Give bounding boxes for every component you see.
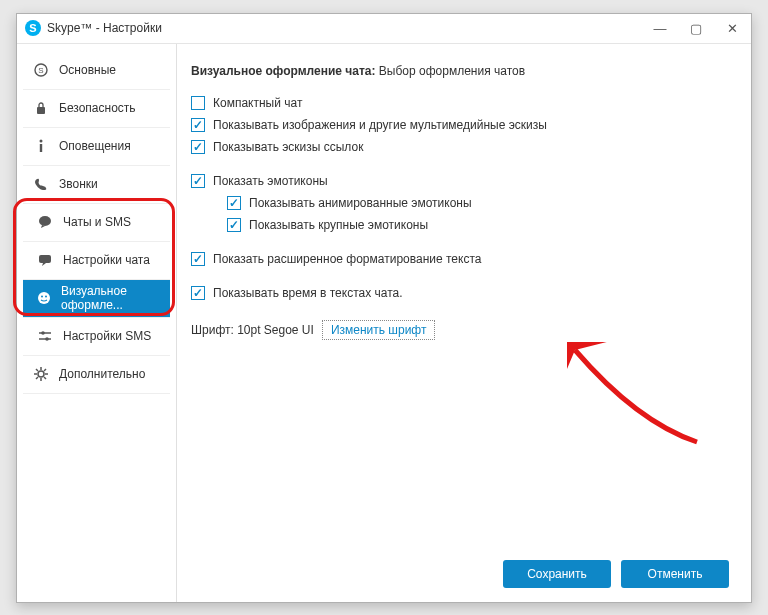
content-title: Визуальное оформление чата:: [191, 64, 376, 78]
sidebar: S Основные Безопасность Оповещения Звонк…: [17, 44, 177, 602]
lock-icon: [33, 101, 49, 115]
gear-icon: [33, 367, 49, 381]
option-show-link-thumbs[interactable]: Показывать эскизы ссылок: [191, 140, 729, 154]
sidebar-item-label: Звонки: [59, 177, 98, 191]
content-header: Визуальное оформление чата: Выбор оформл…: [191, 64, 729, 78]
svg-line-19: [36, 369, 38, 371]
option-show-large-emoticons[interactable]: Показывать крупные эмотиконы: [227, 218, 729, 232]
sidebar-item-advanced[interactable]: Дополнительно: [23, 356, 170, 394]
svg-point-13: [45, 337, 49, 341]
svg-line-22: [36, 377, 38, 379]
svg-point-3: [40, 140, 43, 143]
content-panel: Визуальное оформление чата: Выбор оформл…: [177, 44, 751, 602]
svg-rect-6: [39, 255, 51, 263]
window-controls: — ▢ ✕: [653, 21, 743, 35]
svg-point-7: [38, 292, 50, 304]
checkbox-checked-icon: [227, 196, 241, 210]
skype-icon: S: [33, 63, 49, 77]
option-show-formatting[interactable]: Показать расширенное форматирование текс…: [191, 252, 729, 266]
sidebar-item-security[interactable]: Безопасность: [23, 90, 170, 128]
sidebar-item-chats-sms[interactable]: Чаты и SMS: [23, 204, 170, 242]
checkbox-checked-icon: [191, 252, 205, 266]
font-label: Шрифт: 10pt Segoe UI: [191, 323, 314, 337]
chat-icon: [37, 215, 53, 229]
option-label: Показать эмотиконы: [213, 174, 328, 188]
checkbox-checked-icon: [191, 174, 205, 188]
message-icon: [37, 254, 53, 266]
option-compact-chat[interactable]: Компактный чат: [191, 96, 729, 110]
option-show-animated-emoticons[interactable]: Показывать анимированные эмотиконы: [227, 196, 729, 210]
maximize-button[interactable]: ▢: [689, 21, 703, 35]
option-label: Показывать крупные эмотиконы: [249, 218, 428, 232]
footer: Сохранить Отменить: [191, 550, 729, 588]
option-label: Компактный чат: [213, 96, 302, 110]
sidebar-item-label: Настройки чата: [63, 253, 150, 267]
svg-point-14: [38, 371, 44, 377]
window-body: S Основные Безопасность Оповещения Звонк…: [17, 44, 751, 602]
sidebar-item-visual-appearance[interactable]: Визуальное оформле...: [23, 280, 170, 318]
cancel-button[interactable]: Отменить: [621, 560, 729, 588]
svg-rect-2: [37, 107, 45, 114]
smiley-icon: [37, 291, 51, 305]
option-label: Показать расширенное форматирование текс…: [213, 252, 481, 266]
change-font-button[interactable]: Изменить шрифт: [322, 320, 436, 340]
content-subtitle: Выбор оформления чатов: [379, 64, 525, 78]
option-show-images[interactable]: Показывать изображения и другие мультиме…: [191, 118, 729, 132]
checkbox-icon: [191, 96, 205, 110]
sidebar-item-notifications[interactable]: Оповещения: [23, 128, 170, 166]
sidebar-item-label: Визуальное оформле...: [61, 284, 160, 312]
window-title: Skype™ - Настройки: [47, 21, 162, 35]
sliders-icon: [37, 330, 53, 342]
svg-rect-4: [40, 144, 42, 152]
sidebar-item-label: Чаты и SMS: [63, 215, 131, 229]
checkbox-checked-icon: [227, 218, 241, 232]
option-label: Показывать эскизы ссылок: [213, 140, 363, 154]
svg-point-9: [45, 296, 47, 298]
annotation-arrow: [567, 342, 707, 452]
checkbox-checked-icon: [191, 286, 205, 300]
svg-point-5: [39, 216, 51, 226]
sidebar-item-label: Безопасность: [59, 101, 136, 115]
option-show-emoticons[interactable]: Показать эмотиконы: [191, 174, 729, 188]
minimize-button[interactable]: —: [653, 21, 667, 35]
sidebar-item-label: Настройки SMS: [63, 329, 151, 343]
svg-text:S: S: [38, 66, 43, 75]
info-icon: [33, 139, 49, 153]
option-label: Показывать изображения и другие мультиме…: [213, 118, 547, 132]
close-button[interactable]: ✕: [725, 21, 739, 35]
svg-point-8: [41, 296, 43, 298]
sidebar-item-label: Оповещения: [59, 139, 131, 153]
save-button[interactable]: Сохранить: [503, 560, 611, 588]
phone-icon: [33, 177, 49, 191]
sidebar-item-chat-settings[interactable]: Настройки чата: [23, 242, 170, 280]
checkbox-checked-icon: [191, 118, 205, 132]
skype-logo-icon: S: [25, 20, 41, 36]
settings-window: S Skype™ - Настройки — ▢ ✕ S Основные Бе…: [16, 13, 752, 603]
sidebar-item-label: Основные: [59, 63, 116, 77]
option-label: Показывать время в текстах чата.: [213, 286, 403, 300]
option-label: Показывать анимированные эмотиконы: [249, 196, 472, 210]
checkbox-checked-icon: [191, 140, 205, 154]
sidebar-item-sms-settings[interactable]: Настройки SMS: [23, 318, 170, 356]
sidebar-item-calls[interactable]: Звонки: [23, 166, 170, 204]
option-show-time[interactable]: Показывать время в текстах чата.: [191, 286, 729, 300]
svg-line-20: [44, 377, 46, 379]
svg-point-11: [41, 331, 45, 335]
titlebar: S Skype™ - Настройки — ▢ ✕: [17, 14, 751, 44]
sidebar-item-general[interactable]: S Основные: [23, 52, 170, 90]
font-row: Шрифт: 10pt Segoe UI Изменить шрифт: [191, 320, 729, 340]
sidebar-item-label: Дополнительно: [59, 367, 145, 381]
svg-line-21: [44, 369, 46, 371]
